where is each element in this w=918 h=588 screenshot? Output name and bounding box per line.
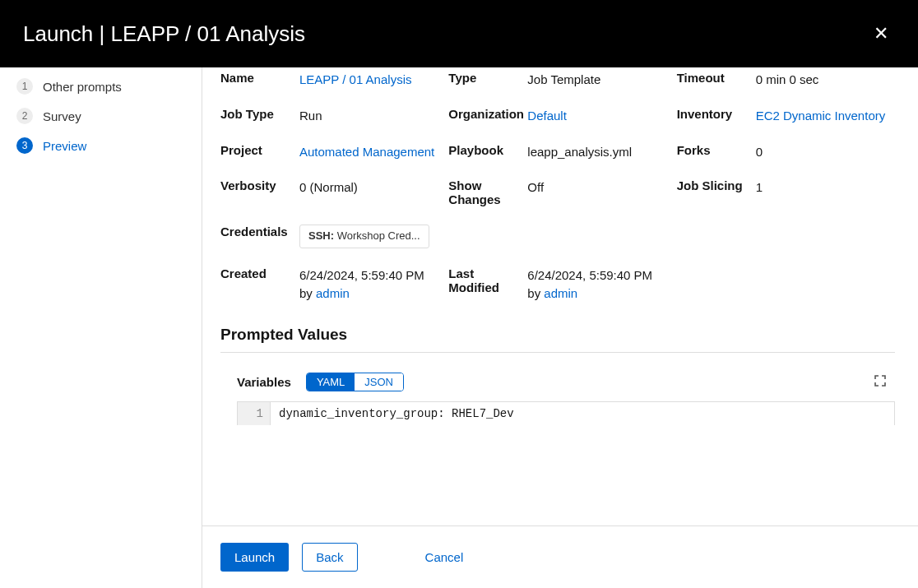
detail-type: Type Job Template [448,71,666,89]
inventory-link[interactable]: EC2 Dynamic Inventory [756,109,886,123]
credential-type: SSH: [308,229,334,242]
detail-label: Last Modified [448,266,527,303]
detail-playbook: Playbook leapp_analysis.yml [448,143,666,161]
modal-footer: Launch Back Cancel [202,525,918,588]
line-gutter: 1 [238,402,271,425]
detail-label: Type [448,71,527,89]
name-link[interactable]: LEAPP / 01 Analysis [299,72,411,86]
toggle-json[interactable]: JSON [355,373,403,391]
preview-content: Name LEAPP / 01 Analysis Type Job Templa… [202,67,918,525]
toggle-yaml[interactable]: YAML [307,373,355,391]
detail-label: Playbook [448,143,527,161]
back-button[interactable]: Back [302,543,357,572]
detail-timeout: Timeout 0 min 0 sec [677,71,895,89]
step-number: 3 [16,137,33,154]
divider [220,352,895,353]
variables-label: Variables [237,375,291,389]
detail-credentials: Credentials SSH: Workshop Cred... [220,225,895,248]
detail-value: 0 [756,143,895,161]
detail-label: Credentials [220,225,299,248]
step-label: Other prompts [43,80,122,94]
detail-forks: Forks 0 [677,143,895,161]
credential-value: Workshop Cred... [334,229,420,242]
project-link[interactable]: Automated Management [299,145,434,159]
detail-value: Job Template [527,71,666,89]
wizard-sidebar: 1 Other prompts 2 Survey 3 Preview [0,67,202,588]
close-button[interactable]: ✕ [867,20,895,48]
step-other-prompts[interactable]: 1 Other prompts [12,72,190,101]
created-user-link[interactable]: admin [316,286,350,300]
detail-label: Organization [448,107,527,125]
code-content: dynamic_inventory_group: RHEL7_Dev [271,402,522,425]
detail-value: Run [299,107,438,125]
close-icon: ✕ [874,23,888,44]
detail-value: 6/24/2024, 5:59:40 PM by admin [299,266,438,303]
detail-inventory: Inventory EC2 Dynamic Inventory [677,107,895,125]
detail-show-changes: Show Changes Off [448,178,666,206]
detail-created: Created 6/24/2024, 5:59:40 PM by admin [220,266,438,303]
detail-value: 6/24/2024, 5:59:40 PM by admin [527,266,666,303]
credential-chip[interactable]: SSH: Workshop Cred... [299,225,429,248]
detail-value: 0 min 0 sec [756,71,895,89]
prompted-values-heading: Prompted Values [220,326,895,344]
detail-project: Project Automated Management [220,143,438,161]
step-number: 2 [16,108,33,124]
cancel-button[interactable]: Cancel [412,544,477,571]
detail-label: Verbosity [220,178,299,206]
detail-label: Created [220,266,299,303]
organization-link[interactable]: Default [527,109,567,123]
detail-label: Timeout [677,71,756,89]
step-label: Survey [43,109,81,123]
detail-label: Show Changes [448,178,527,206]
step-label: Preview [43,139,86,153]
detail-job-type: Job Type Run [220,107,438,125]
format-toggle: YAML JSON [306,373,404,391]
step-number: 1 [16,78,33,95]
modified-user-link[interactable]: admin [544,286,577,300]
detail-label: Inventory [677,107,756,125]
step-preview[interactable]: 3 Preview [12,131,190,160]
detail-organization: Organization Default [448,107,666,125]
detail-value: leapp_analysis.yml [527,143,666,161]
detail-value: 1 [756,178,895,206]
detail-modified: Last Modified 6/24/2024, 5:59:40 PM by a… [448,266,666,303]
detail-label: Forks [677,143,756,161]
expand-button[interactable] [872,373,888,390]
modal-header: Launch | LEAPP / 01 Analysis ✕ [0,0,918,67]
detail-label: Project [220,143,299,161]
detail-label: Name [220,71,299,89]
detail-name: Name LEAPP / 01 Analysis [220,71,438,89]
detail-value: 0 (Normal) [299,178,438,206]
modal-title: Launch | LEAPP / 01 Analysis [23,21,305,47]
detail-verbosity: Verbosity 0 (Normal) [220,178,438,206]
variables-editor[interactable]: 1 dynamic_inventory_group: RHEL7_Dev [237,401,895,425]
step-survey[interactable]: 2 Survey [12,101,190,131]
launch-button[interactable]: Launch [220,543,289,572]
expand-icon [874,374,887,387]
detail-label: Job Type [220,107,299,125]
detail-value: Off [527,178,666,206]
detail-job-slicing: Job Slicing 1 [677,178,895,206]
detail-label: Job Slicing [677,178,756,206]
